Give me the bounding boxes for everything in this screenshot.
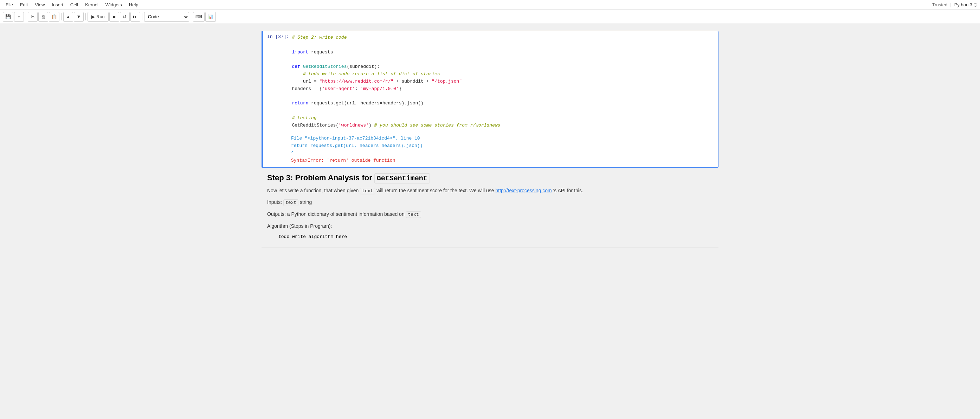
restart-button[interactable]: ↺ (120, 12, 130, 22)
move-down-button[interactable]: ▼ (74, 12, 84, 22)
step3-heading-code: GetSentiment (374, 173, 430, 183)
error-message-line: SyntaxError: 'return' outside function (291, 157, 715, 164)
inputs-label: Inputs: (267, 199, 282, 205)
cell-output: File "<ipython-input-37-ac721b341cd4>", … (263, 132, 718, 167)
error-file-line: File "<ipython-input-37-ac721b341cd4>", … (291, 135, 715, 142)
para1-code: text (360, 188, 375, 194)
chart-button[interactable]: 📊 (205, 12, 216, 22)
toolbar-separator-4 (142, 13, 142, 21)
menu-widgets[interactable]: Widgets (103, 2, 125, 8)
step3-heading: Step 3: Problem Analysis for GetSentimen… (267, 173, 713, 182)
para1-end: 's API for this. (552, 188, 583, 193)
run-button[interactable]: ▶ Run (88, 12, 109, 22)
menu-kernel[interactable]: Kernel (82, 2, 101, 8)
run-icon: ▶ (91, 14, 95, 19)
menu-cell[interactable]: Cell (67, 2, 81, 8)
outputs-code: text (406, 211, 421, 218)
run-label: Run (96, 14, 105, 19)
error-code-line: return requests.get(url, headers=headers… (291, 142, 715, 150)
para1-after: will return the sentiment score for the … (375, 188, 495, 193)
cell-divider (261, 247, 719, 247)
kernel-circle-icon (974, 3, 977, 7)
error-file-text: File "<ipython-input-37-ac721b341cd4>", … (291, 136, 420, 141)
move-up-button[interactable]: ▲ (63, 12, 73, 22)
toolbar-separator-2 (61, 13, 62, 21)
cut-button[interactable]: ✂ (28, 12, 38, 22)
error-msg-text: 'return' outside function (324, 158, 395, 163)
menu-bar-right: Trusted | Python 3 (932, 2, 977, 7)
cell-output-prompt (263, 132, 291, 167)
menu-bar: File Edit View Insert Cell Kernel Widget… (0, 0, 980, 10)
cell-code[interactable]: # Step 2: write code import requests def… (292, 31, 718, 132)
outputs-label: Outputs: (267, 211, 286, 217)
para1-link[interactable]: http://text-processing.com (495, 188, 552, 193)
menu-view[interactable]: View (32, 2, 48, 8)
toolbar-separator-1 (25, 13, 26, 21)
toolbar-separator-5 (191, 13, 191, 21)
restart-run-button[interactable]: ⏭ (130, 12, 140, 22)
keyboard-shortcuts-button[interactable]: ⌨ (193, 12, 205, 22)
step3-para1: Now let's write a function, that when gi… (267, 186, 713, 195)
kernel-name: Python 3 (955, 2, 972, 7)
code-cell: In [37]: # Step 2: write code import req… (261, 31, 719, 168)
cell-wrapper: In [37]: # Step 2: write code import req… (263, 31, 719, 168)
save-button[interactable]: 💾 (3, 12, 13, 22)
menu-edit[interactable]: Edit (17, 2, 30, 8)
inputs-line: Inputs: text string (267, 198, 713, 207)
error-caret-line: ^ (291, 150, 715, 157)
kernel-status: Python 3 (955, 2, 977, 7)
cell-input: In [37]: # Step 2: write code import req… (263, 31, 718, 132)
markdown-cell: Step 3: Problem Analysis for GetSentimen… (261, 173, 719, 241)
toolbar: 💾 + ✂ ⎘ 📋 ▲ ▼ ▶ Run ■ ↺ ⏭ Code Markdown … (0, 10, 980, 24)
stop-button[interactable]: ■ (109, 12, 119, 22)
error-code-text: return requests.get(url, headers=headers… (291, 143, 423, 148)
notebook-container: In [37]: # Step 2: write code import req… (261, 24, 719, 257)
menu-help[interactable]: Help (126, 2, 141, 8)
step3-heading-text: Step 3: Problem Analysis for (267, 173, 372, 182)
error-type-text: SyntaxError: (291, 158, 324, 163)
cell-type-select[interactable]: Code Markdown Raw NBConvert (144, 12, 189, 22)
inputs-rest: string (298, 199, 312, 205)
paste-button[interactable]: 📋 (49, 12, 59, 22)
algo-line: Algorithm (Steps in Program): (267, 222, 713, 230)
trusted-badge: Trusted (932, 2, 948, 7)
para1-before: Now let's write a function, that when gi… (267, 188, 360, 193)
menu-insert[interactable]: Insert (49, 2, 66, 8)
inputs-code: text (283, 199, 298, 206)
add-cell-button[interactable]: + (14, 12, 24, 22)
outputs-line: Outputs: a Python dictionary of sentimen… (267, 210, 713, 219)
todo-code: todo write algorithm here (275, 233, 713, 240)
menu-file[interactable]: File (3, 2, 16, 8)
cell-prompt: In [37]: (263, 31, 292, 42)
error-caret-text: ^ (291, 150, 294, 156)
cell-output-content: File "<ipython-input-37-ac721b341cd4>", … (291, 132, 718, 167)
copy-button[interactable]: ⎘ (38, 12, 48, 22)
algo-label: Algorithm (Steps in Program): (267, 223, 332, 229)
outputs-before: a Python dictionary of sentiment informa… (286, 211, 406, 217)
